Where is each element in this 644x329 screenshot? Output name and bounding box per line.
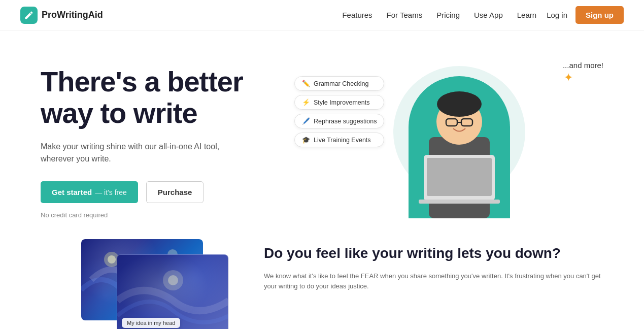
nav-for-teams[interactable]: For Teams [387,11,423,19]
spark-icon: ✦ [564,71,573,84]
pill-grammar: ✏️ Grammar Checking [294,76,384,91]
signup-button[interactable]: Sign up [575,6,624,24]
hero-section: There's a better way to write Make your … [0,30,644,239]
svg-point-10 [108,255,116,264]
painting-illustration: My idea in my head [41,239,233,329]
nav-use-app[interactable]: Use App [474,11,503,19]
nav-links: Features For Teams Pricing Use App Learn [342,11,536,20]
logo-text: ProWritingAid [42,10,103,20]
pill-training: 🎓 Live Training Events [294,133,384,147]
get-started-label: Get started [52,188,92,196]
nav-pricing[interactable]: Pricing [436,11,460,19]
rephrase-icon: 🖊️ [302,117,310,125]
navbar: ProWritingAid Features For Teams Pricing… [0,0,644,30]
training-icon: 🎓 [302,136,310,144]
idea-bubble: My idea in my head [122,318,180,328]
grammar-icon: ✏️ [302,80,310,87]
purchase-button[interactable]: Purchase [146,181,204,203]
pill-style: ⚡ Style Improvements [294,95,384,110]
svg-point-2 [437,91,482,117]
logo-link[interactable]: ProWritingAid [20,7,103,24]
section-body: We know what it's like to feel the FEAR … [264,271,603,292]
section-title: Do you feel like your writing lets you d… [264,244,603,262]
person-illustration [409,76,510,218]
logo-icon [20,7,38,24]
hero-title: There's a better way to write [41,66,315,128]
pill-rephrase: 🖊️ Rephrase suggestions [294,114,384,128]
svg-rect-7 [427,158,492,196]
hero-left: There's a better way to write Make your … [41,56,315,219]
second-right-text: Do you feel like your writing lets you d… [264,239,603,292]
no-credit-text: No credit card required [41,211,315,219]
free-label: — it's free [95,188,127,196]
feature-pills: ✏️ Grammar Checking ⚡ Style Improvements… [294,76,384,147]
second-section: My idea in my head Do you feel like your… [0,239,644,329]
and-more-text: ...and more! [563,61,603,70]
login-link[interactable]: Log in [547,11,567,19]
svg-rect-8 [419,200,500,204]
hero-buttons: Get started — it's free Purchase [41,181,315,203]
hero-illustration: ✏️ Grammar Checking ⚡ Style Improvements… [315,56,603,218]
get-started-button[interactable]: Get started — it's free [41,181,138,203]
nav-learn[interactable]: Learn [517,11,536,19]
svg-point-13 [168,275,178,285]
style-icon: ⚡ [302,98,310,106]
hero-subtitle: Make your writing shine with our all-in-… [41,141,223,165]
nav-features[interactable]: Features [342,11,372,19]
